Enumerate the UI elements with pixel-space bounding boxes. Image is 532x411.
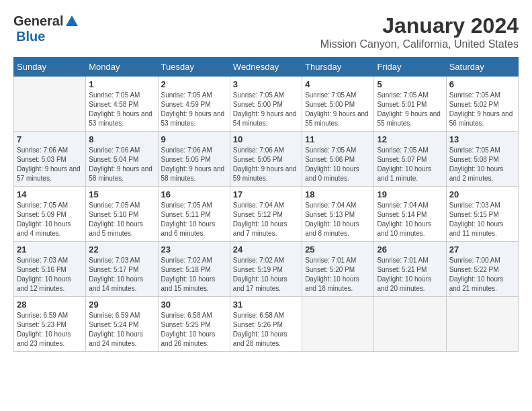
logo: General Blue xyxy=(13,13,79,44)
calendar-cell: 23Sunrise: 7:02 AMSunset: 5:18 PMDayligh… xyxy=(158,242,230,297)
day-info: Sunrise: 7:04 AMSunset: 5:14 PMDaylight:… xyxy=(377,201,443,238)
day-number: 28 xyxy=(17,300,83,310)
day-number: 12 xyxy=(377,134,443,144)
day-info: Sunrise: 7:06 AMSunset: 5:05 PMDaylight:… xyxy=(161,146,227,183)
calendar-cell: 4Sunrise: 7:05 AMSunset: 5:00 PMDaylight… xyxy=(302,77,374,132)
calendar-cell: 21Sunrise: 7:03 AMSunset: 5:16 PMDayligh… xyxy=(14,242,86,297)
day-info: Sunrise: 7:05 AMSunset: 4:59 PMDaylight:… xyxy=(161,91,227,128)
day-info: Sunrise: 7:05 AMSunset: 5:02 PMDaylight:… xyxy=(449,91,515,128)
day-info: Sunrise: 6:58 AMSunset: 5:26 PMDaylight:… xyxy=(233,311,299,349)
calendar-header-sunday: Sunday xyxy=(14,58,86,77)
page-header: General Blue January 2024 Mission Canyon… xyxy=(13,13,519,50)
day-number: 6 xyxy=(449,79,515,89)
calendar-header-thursday: Thursday xyxy=(302,58,374,77)
day-number: 5 xyxy=(377,79,443,89)
day-number: 9 xyxy=(161,134,227,144)
day-number: 23 xyxy=(161,244,227,255)
day-number: 30 xyxy=(161,300,227,310)
calendar-week-row: 14Sunrise: 7:05 AMSunset: 5:09 PMDayligh… xyxy=(14,187,519,242)
calendar-cell: 28Sunrise: 6:59 AMSunset: 5:23 PMDayligh… xyxy=(14,297,86,352)
day-info: Sunrise: 7:05 AMSunset: 5:09 PMDaylight:… xyxy=(17,201,83,238)
month-title: January 2024 xyxy=(320,13,519,38)
calendar-cell: 29Sunrise: 6:59 AMSunset: 5:24 PMDayligh… xyxy=(86,297,158,352)
svg-marker-0 xyxy=(66,15,78,26)
calendar-cell: 6Sunrise: 7:05 AMSunset: 5:02 PMDaylight… xyxy=(446,77,518,132)
day-info: Sunrise: 7:06 AMSunset: 5:04 PMDaylight:… xyxy=(89,146,154,183)
day-number: 14 xyxy=(17,189,83,199)
day-info: Sunrise: 7:02 AMSunset: 5:19 PMDaylight:… xyxy=(233,256,299,293)
calendar-week-row: 28Sunrise: 6:59 AMSunset: 5:23 PMDayligh… xyxy=(14,297,519,352)
day-info: Sunrise: 7:00 AMSunset: 5:22 PMDaylight:… xyxy=(449,256,515,293)
title-section: January 2024 Mission Canyon, California,… xyxy=(320,13,519,50)
calendar-header-saturday: Saturday xyxy=(446,58,518,77)
day-number: 26 xyxy=(377,244,443,255)
calendar-cell: 2Sunrise: 7:05 AMSunset: 4:59 PMDaylight… xyxy=(158,77,230,132)
day-number: 29 xyxy=(89,300,154,310)
day-number: 15 xyxy=(89,189,154,199)
calendar-cell: 10Sunrise: 7:06 AMSunset: 5:05 PMDayligh… xyxy=(230,132,302,187)
day-info: Sunrise: 7:05 AMSunset: 5:00 PMDaylight:… xyxy=(305,91,371,128)
day-number: 4 xyxy=(305,79,371,89)
calendar-cell xyxy=(14,77,86,132)
day-number: 10 xyxy=(233,134,299,144)
day-info: Sunrise: 7:05 AMSunset: 5:11 PMDaylight:… xyxy=(161,201,227,238)
day-info: Sunrise: 6:59 AMSunset: 5:23 PMDaylight:… xyxy=(17,311,83,349)
day-number: 7 xyxy=(17,134,83,144)
day-info: Sunrise: 6:59 AMSunset: 5:24 PMDaylight:… xyxy=(89,311,154,349)
day-number: 3 xyxy=(233,79,299,89)
logo-blue: Blue xyxy=(16,29,45,44)
day-info: Sunrise: 7:01 AMSunset: 5:21 PMDaylight:… xyxy=(377,256,443,293)
day-info: Sunrise: 7:05 AMSunset: 5:00 PMDaylight:… xyxy=(233,91,299,128)
calendar-cell: 30Sunrise: 6:58 AMSunset: 5:25 PMDayligh… xyxy=(158,297,230,352)
calendar-cell: 24Sunrise: 7:02 AMSunset: 5:19 PMDayligh… xyxy=(230,242,302,297)
calendar-header-wednesday: Wednesday xyxy=(230,58,302,77)
day-number: 31 xyxy=(233,300,299,310)
calendar-header-tuesday: Tuesday xyxy=(158,58,230,77)
day-info: Sunrise: 7:03 AMSunset: 5:15 PMDaylight:… xyxy=(449,201,515,238)
calendar-cell: 7Sunrise: 7:06 AMSunset: 5:03 PMDaylight… xyxy=(14,132,86,187)
calendar-header-friday: Friday xyxy=(374,58,446,77)
calendar-cell: 15Sunrise: 7:05 AMSunset: 5:10 PMDayligh… xyxy=(86,187,158,242)
day-info: Sunrise: 7:05 AMSunset: 5:10 PMDaylight:… xyxy=(89,201,154,238)
calendar-cell: 19Sunrise: 7:04 AMSunset: 5:14 PMDayligh… xyxy=(374,187,446,242)
calendar-header-row: SundayMondayTuesdayWednesdayThursdayFrid… xyxy=(14,58,519,77)
day-info: Sunrise: 7:06 AMSunset: 5:03 PMDaylight:… xyxy=(17,146,83,183)
calendar-week-row: 21Sunrise: 7:03 AMSunset: 5:16 PMDayligh… xyxy=(14,242,519,297)
day-number: 17 xyxy=(233,189,299,199)
calendar-cell: 8Sunrise: 7:06 AMSunset: 5:04 PMDaylight… xyxy=(86,132,158,187)
day-number: 25 xyxy=(305,244,371,255)
day-number: 2 xyxy=(161,79,227,89)
day-info: Sunrise: 7:03 AMSunset: 5:17 PMDaylight:… xyxy=(89,256,154,293)
calendar-cell: 27Sunrise: 7:00 AMSunset: 5:22 PMDayligh… xyxy=(446,242,518,297)
calendar-cell: 26Sunrise: 7:01 AMSunset: 5:21 PMDayligh… xyxy=(374,242,446,297)
calendar-cell: 3Sunrise: 7:05 AMSunset: 5:00 PMDaylight… xyxy=(230,77,302,132)
day-number: 11 xyxy=(305,134,371,144)
logo-icon xyxy=(64,14,79,29)
calendar-cell: 11Sunrise: 7:05 AMSunset: 5:06 PMDayligh… xyxy=(302,132,374,187)
day-number: 21 xyxy=(17,244,83,255)
day-info: Sunrise: 7:05 AMSunset: 5:07 PMDaylight:… xyxy=(377,146,443,183)
calendar-table: SundayMondayTuesdayWednesdayThursdayFrid… xyxy=(13,57,519,352)
calendar-cell: 22Sunrise: 7:03 AMSunset: 5:17 PMDayligh… xyxy=(86,242,158,297)
day-info: Sunrise: 7:05 AMSunset: 5:06 PMDaylight:… xyxy=(305,146,371,183)
calendar-header-monday: Monday xyxy=(86,58,158,77)
day-number: 20 xyxy=(449,189,515,199)
calendar-week-row: 1Sunrise: 7:05 AMSunset: 4:58 PMDaylight… xyxy=(14,77,519,132)
calendar-cell: 25Sunrise: 7:01 AMSunset: 5:20 PMDayligh… xyxy=(302,242,374,297)
day-number: 19 xyxy=(377,189,443,199)
day-number: 22 xyxy=(89,244,154,255)
day-number: 1 xyxy=(89,79,154,89)
day-info: Sunrise: 7:05 AMSunset: 4:58 PMDaylight:… xyxy=(89,91,154,128)
day-info: Sunrise: 7:04 AMSunset: 5:13 PMDaylight:… xyxy=(305,201,371,238)
calendar-cell: 12Sunrise: 7:05 AMSunset: 5:07 PMDayligh… xyxy=(374,132,446,187)
calendar-cell: 20Sunrise: 7:03 AMSunset: 5:15 PMDayligh… xyxy=(446,187,518,242)
day-info: Sunrise: 6:58 AMSunset: 5:25 PMDaylight:… xyxy=(161,311,227,349)
calendar-cell: 31Sunrise: 6:58 AMSunset: 5:26 PMDayligh… xyxy=(230,297,302,352)
calendar-cell: 9Sunrise: 7:06 AMSunset: 5:05 PMDaylight… xyxy=(158,132,230,187)
day-number: 27 xyxy=(449,244,515,255)
day-number: 8 xyxy=(89,134,154,144)
calendar-cell: 14Sunrise: 7:05 AMSunset: 5:09 PMDayligh… xyxy=(14,187,86,242)
day-info: Sunrise: 7:05 AMSunset: 5:01 PMDaylight:… xyxy=(377,91,443,128)
calendar-cell: 1Sunrise: 7:05 AMSunset: 4:58 PMDaylight… xyxy=(86,77,158,132)
calendar-cell: 13Sunrise: 7:05 AMSunset: 5:08 PMDayligh… xyxy=(446,132,518,187)
